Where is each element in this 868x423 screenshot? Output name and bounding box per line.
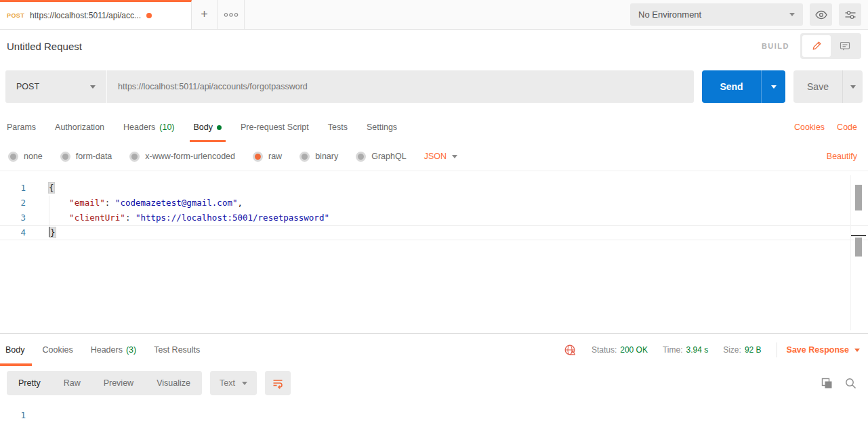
code-line[interactable]: 3 "clientUri": "https://localhost:5001/r… — [0, 210, 868, 225]
body-mode-label: binary — [315, 152, 338, 161]
tab-label: Pre-request Script — [241, 123, 309, 132]
code-line[interactable]: 2 "email": "codemazetest@gmail.com", — [0, 196, 868, 210]
save-options-button[interactable] — [842, 70, 863, 103]
header-right: BUILD — [762, 33, 861, 59]
beautify-link[interactable]: Beautify — [827, 152, 857, 161]
code-content: "email": "codemazetest@gmail.com", — [35, 196, 868, 210]
tab-label: Body — [5, 345, 25, 355]
tab-label: Test Results — [154, 345, 200, 355]
save-button[interactable]: Save — [793, 70, 842, 103]
body-mode-row: noneform-datax-www-form-urlencodedrawbin… — [0, 142, 868, 171]
environment-controls: No Environment — [630, 0, 868, 29]
comments-button[interactable] — [831, 35, 859, 57]
response-tab-body[interactable]: Body — [5, 334, 25, 366]
chevron-down-icon — [452, 155, 457, 158]
token — [49, 198, 69, 208]
body-mode-none[interactable]: none — [8, 152, 43, 162]
tab-tests[interactable]: Tests — [328, 112, 348, 142]
tab-label: Headers — [123, 123, 155, 132]
request-body-editor[interactable]: 1{2 "email": "codemazetest@gmail.com",3 … — [0, 171, 868, 333]
response-meta: Status: 200 OK Time: 3.94 s Size: 92 B S… — [564, 342, 860, 357]
url-input[interactable]: https://localhost:5011/api/accounts/forg… — [107, 70, 694, 103]
tab-options-button[interactable] — [218, 0, 245, 29]
request-tab[interactable]: POST https://localhost:5011/api/acc... — [0, 0, 192, 29]
time-label: Time: — [663, 345, 683, 355]
build-mode-label: BUILD — [762, 42, 789, 50]
tab-headers[interactable]: Headers(10) — [123, 112, 174, 142]
tab-body[interactable]: Body — [194, 112, 222, 142]
code-line[interactable]: 4} — [0, 225, 868, 240]
language-select[interactable]: JSON — [424, 152, 457, 161]
response-tab-cookies[interactable]: Cookies — [43, 334, 73, 366]
request-title[interactable]: Untitled Request — [7, 41, 82, 52]
view-tab-pretty[interactable]: Pretty — [7, 371, 52, 395]
wrap-lines-button[interactable] — [265, 371, 291, 395]
time-value: 3.94 s — [686, 345, 709, 355]
request-links: Cookies Code — [794, 123, 857, 132]
token: { — [49, 183, 54, 193]
code-content: { — [35, 181, 868, 196]
send-options-button[interactable] — [761, 70, 785, 103]
response-section: BodyCookiesHeaders(3)Test Results Status… — [0, 333, 868, 423]
line-number: 3 — [0, 210, 35, 225]
body-mode-label: x-www-form-urlencoded — [145, 152, 235, 161]
url-value: https://localhost:5011/api/accounts/forg… — [118, 82, 308, 91]
new-tab-button[interactable]: + — [192, 0, 218, 29]
scrollbar-thumb[interactable] — [855, 185, 862, 210]
tab-count: (10) — [159, 123, 174, 132]
response-code-line: 1 — [0, 408, 868, 423]
copy-icon[interactable] — [821, 377, 833, 390]
time-pair: Time: 3.94 s — [663, 345, 708, 355]
tab-pre-request-script[interactable]: Pre-request Script — [241, 112, 309, 142]
view-tab-raw[interactable]: Raw — [52, 371, 92, 395]
view-tab-visualize[interactable]: Visualize — [145, 371, 202, 395]
edit-mode-button[interactable] — [802, 35, 831, 57]
response-tab-test-results[interactable]: Test Results — [154, 334, 200, 366]
view-tab-preview[interactable]: Preview — [92, 371, 145, 395]
response-tab-headers[interactable]: Headers(3) — [91, 334, 137, 366]
body-mode-x-www-form-urlencoded[interactable]: x-www-form-urlencoded — [129, 152, 235, 162]
code-content: } — [35, 225, 868, 240]
token: } — [50, 227, 56, 238]
send-button[interactable]: Send — [702, 70, 761, 103]
pencil-icon — [810, 40, 823, 52]
tab-settings[interactable]: Settings — [367, 112, 397, 142]
token: : — [105, 198, 115, 208]
postman-app: { "colors": { "accent_orange": "#ff6c37"… — [0, 0, 868, 423]
method-label: POST — [16, 82, 39, 91]
save-response-label: Save Response — [787, 345, 849, 355]
search-icon[interactable] — [844, 377, 857, 390]
environment-select[interactable]: No Environment — [630, 3, 803, 26]
body-mode-form-data[interactable]: form-data — [60, 152, 112, 162]
response-view-group: PrettyRawPreviewVisualize — [7, 371, 202, 395]
code-line[interactable]: 1{ — [0, 181, 868, 196]
environment-settings-button[interactable] — [839, 3, 861, 26]
body-mode-raw[interactable]: raw — [253, 152, 282, 162]
tab-strip: POST https://localhost:5011/api/acc... +… — [0, 0, 868, 30]
method-select[interactable]: POST — [5, 70, 107, 103]
chevron-down-icon — [854, 349, 860, 352]
url-builder: POST https://localhost:5011/api/accounts… — [0, 62, 868, 112]
environment-quick-look-button[interactable] — [810, 3, 832, 26]
tab-label: Headers — [91, 345, 123, 355]
radio-icon — [356, 152, 366, 162]
tab-label: Body — [194, 123, 213, 132]
chevron-down-icon — [242, 382, 247, 385]
format-select[interactable]: Text — [210, 371, 257, 395]
network-warning-icon[interactable] — [564, 344, 577, 357]
cookies-link[interactable]: Cookies — [794, 123, 825, 132]
body-mode-binary[interactable]: binary — [299, 152, 338, 162]
save-label: Save — [807, 81, 829, 92]
token: , — [237, 198, 243, 208]
token: "clientUri" — [69, 213, 125, 223]
token — [49, 213, 69, 223]
tab-params[interactable]: Params — [7, 112, 36, 142]
response-body-editor[interactable]: 1 — [0, 400, 868, 423]
body-mode-graphql[interactable]: GraphQL — [356, 152, 406, 162]
code-link[interactable]: Code — [837, 123, 857, 132]
save-response-button[interactable]: Save Response — [787, 345, 860, 355]
sliders-icon — [844, 8, 857, 22]
plus-icon: + — [201, 7, 208, 22]
tab-authorization[interactable]: Authorization — [55, 112, 104, 142]
editor-scrollbar[interactable] — [850, 175, 865, 330]
